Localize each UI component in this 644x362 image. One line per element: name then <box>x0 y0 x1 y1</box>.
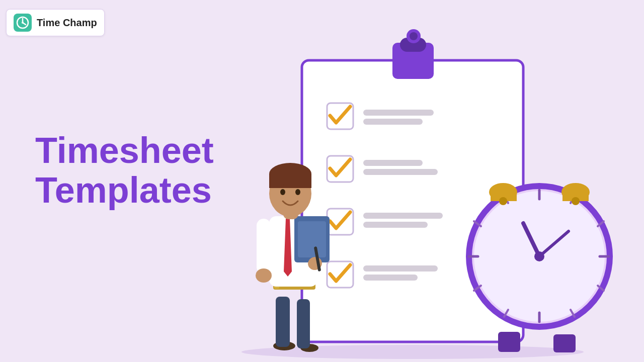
svg-rect-15 <box>363 169 438 175</box>
svg-rect-25 <box>276 297 290 347</box>
svg-rect-12 <box>363 119 423 125</box>
svg-rect-31 <box>257 219 271 274</box>
main-illustration <box>0 0 644 362</box>
svg-rect-26 <box>297 299 310 348</box>
svg-rect-20 <box>363 265 438 272</box>
svg-rect-17 <box>363 213 443 219</box>
svg-rect-14 <box>363 160 423 166</box>
svg-rect-45 <box>553 334 576 352</box>
svg-point-9 <box>410 32 418 40</box>
svg-rect-11 <box>363 110 434 116</box>
svg-point-43 <box>295 189 300 195</box>
svg-point-69 <box>572 197 580 205</box>
svg-point-35 <box>256 268 272 283</box>
svg-point-63 <box>534 251 544 261</box>
svg-point-68 <box>499 197 507 205</box>
svg-point-42 <box>280 189 285 195</box>
svg-rect-18 <box>363 222 428 228</box>
svg-rect-41 <box>269 174 311 188</box>
svg-rect-44 <box>498 332 520 352</box>
svg-rect-21 <box>363 275 418 281</box>
svg-rect-34 <box>298 221 326 257</box>
